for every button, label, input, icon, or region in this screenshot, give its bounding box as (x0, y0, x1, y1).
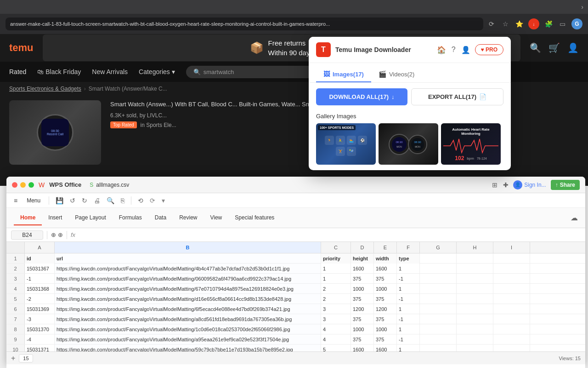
nav-item-new-arrivals[interactable]: New Arrivals (92, 68, 128, 75)
cell-f2[interactable]: 1 (397, 264, 420, 274)
cell-b2[interactable]: https://img.kwcdn.com/product/FancyalgoV… (55, 264, 321, 274)
redo-icon[interactable]: ↻ (80, 195, 89, 206)
cell-a2[interactable]: 15031367 (25, 264, 55, 274)
cell-b7[interactable]: https://img.kwcdn.com/product/FancyalgoV… (55, 314, 321, 324)
cell-a6[interactable]: 15031369 (25, 304, 55, 314)
cell-i4[interactable] (493, 284, 530, 294)
cell-d7[interactable]: 375 (351, 314, 374, 324)
download-icon[interactable]: ↓ (528, 18, 539, 29)
star-icon[interactable]: ⭐ (514, 19, 524, 29)
cell-e7[interactable]: 375 (374, 314, 397, 324)
temu-search-box[interactable]: 🔍 smartwatch (186, 66, 324, 78)
cell-g2[interactable] (420, 264, 457, 274)
export-all-button[interactable]: EXPORT ALL(17) 📄 (411, 88, 503, 105)
cell-d2[interactable]: 1600 (351, 264, 374, 274)
popup-pro-button[interactable]: ♥ PRO (475, 44, 503, 55)
cell-c9[interactable]: 4 (321, 334, 351, 345)
wps-minimize-button[interactable] (20, 182, 26, 188)
zoom-icon[interactable]: ⊕ (51, 231, 56, 238)
ribbon-tab-insert[interactable]: Insert (42, 211, 68, 225)
cell-c2[interactable]: 1 (321, 264, 351, 274)
redo-2-icon[interactable]: ⟳ (148, 195, 157, 206)
cell-a9[interactable]: -4 (25, 334, 55, 345)
col-header-i[interactable]: I (493, 242, 530, 253)
cell-h1[interactable] (457, 253, 493, 264)
cell-i2[interactable] (493, 264, 530, 274)
temu-account-icon[interactable]: 👤 (567, 42, 579, 53)
cell-i5[interactable] (493, 294, 530, 304)
col-header-f[interactable]: F (397, 242, 420, 253)
cell-e10[interactable]: 1600 (374, 345, 397, 351)
col-header-e[interactable]: E (374, 242, 397, 253)
cell-h10[interactable] (457, 345, 493, 351)
hamburger-icon[interactable]: ≡ (11, 195, 20, 206)
nav-item-black-friday[interactable]: 🛍 Black Friday (37, 68, 81, 75)
ribbon-tab-view[interactable]: View (204, 211, 228, 225)
cell-c4[interactable]: 2 (321, 284, 351, 294)
cell-c6[interactable]: 3 (321, 304, 351, 314)
wps-maximize-button[interactable] (28, 182, 34, 188)
ribbon-tab-home[interactable]: Home (14, 211, 42, 225)
temu-search-icon[interactable]: 🔍 (530, 42, 541, 53)
cell-f3[interactable]: -1 (397, 274, 420, 284)
cell-e2[interactable]: 1600 (374, 264, 397, 274)
sidebar-icon[interactable]: ▭ (558, 19, 567, 29)
wps-close-button[interactable] (12, 182, 17, 188)
undo-icon[interactable]: ↺ (68, 195, 77, 206)
cell-b4[interactable]: https://img.kwcdn.com/product/FancyalgoV… (55, 284, 321, 294)
cell-f7[interactable]: -1 (397, 314, 420, 324)
cell-d10[interactable]: 1600 (351, 345, 374, 351)
bookmark-icon[interactable]: ☆ (501, 19, 510, 29)
reload-icon[interactable]: ⟳ (487, 19, 496, 29)
cell-i7[interactable] (493, 314, 530, 324)
cell-f10[interactable]: 1 (397, 345, 420, 351)
cell-d4[interactable]: 1000 (351, 284, 374, 294)
cell-g5[interactable] (420, 294, 457, 304)
cell-h6[interactable] (457, 304, 493, 314)
cloud-icon[interactable]: ☁ (571, 213, 578, 222)
wps-menu-label[interactable]: Menu (23, 196, 44, 206)
add-sheet-icon[interactable]: + (11, 354, 15, 362)
cell-i8[interactable] (493, 324, 530, 334)
cell-h9[interactable] (457, 334, 493, 345)
cell-e9[interactable]: 375 (374, 334, 397, 345)
cell-h4[interactable] (457, 284, 493, 294)
gallery-image-3[interactable]: Automatic Heart RateMonitoring 102 bpm 7… (441, 123, 501, 165)
col-header-g[interactable]: G (420, 242, 457, 253)
cell-h7[interactable] (457, 314, 493, 324)
cell-b3[interactable]: https://img.kwcdn.com/product/FancyalgoV… (55, 274, 321, 284)
cell-e6[interactable]: 1200 (374, 304, 397, 314)
col-header-h[interactable]: H (457, 242, 493, 253)
copy-icon[interactable]: ⎘ (119, 195, 126, 206)
cell-e3[interactable]: 375 (374, 274, 397, 284)
cell-g3[interactable] (420, 274, 457, 284)
temu-cart-icon[interactable]: 🛒 (548, 42, 560, 53)
cell-f6[interactable]: 1 (397, 304, 420, 314)
formula-input[interactable] (79, 234, 581, 236)
cell-b10[interactable]: https://img.kwcdn.com/product/FancyalgoV… (55, 345, 321, 351)
popup-tab-videos[interactable]: 🎬 Videos(2) (371, 67, 422, 82)
browser-url-bar[interactable]: answer-make-call-1-83-full-touch-screen-… (6, 17, 483, 30)
gallery-image-2[interactable]: 08:30 MON 08:30 MON (379, 123, 438, 165)
cell-d1[interactable]: height (351, 253, 374, 264)
cell-a4[interactable]: 15031368 (25, 284, 55, 294)
sheet-tab[interactable]: 15 (19, 354, 33, 362)
more-icon[interactable]: ▾ (160, 195, 167, 206)
cell-h3[interactable] (457, 274, 493, 284)
cell-e1[interactable]: width (374, 253, 397, 264)
cell-f9[interactable]: -1 (397, 334, 420, 345)
cell-i1[interactable] (493, 253, 530, 264)
cell-d5[interactable]: 375 (351, 294, 374, 304)
cell-i6[interactable] (493, 304, 530, 314)
cell-f4[interactable]: 1 (397, 284, 420, 294)
download-all-button[interactable]: DOWNLOAD ALL(17) ↓ (316, 88, 407, 105)
wps-sign-in[interactable]: 👤 Sign In... (513, 180, 546, 190)
ribbon-tab-special[interactable]: Special features (228, 211, 281, 225)
col-header-d[interactable]: D (351, 242, 374, 253)
cell-f8[interactable]: 1 (397, 324, 420, 334)
wps-layout-icon[interactable]: ⊞ (492, 181, 498, 189)
cell-h5[interactable] (457, 294, 493, 304)
cell-c1[interactable]: priority (321, 253, 351, 264)
cell-g6[interactable] (420, 304, 457, 314)
cell-a7[interactable]: -3 (25, 314, 55, 324)
